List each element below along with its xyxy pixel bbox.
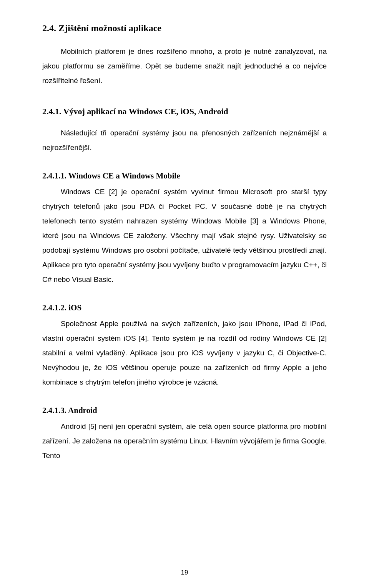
page-number: 19 [0,569,369,576]
heading-2-4-1-1: 2.4.1.1. Windows CE a Windows Mobile [42,171,327,181]
paragraph: Windows CE [2] je operační systém vyvinu… [42,185,327,287]
heading-2-4-1: 2.4.1. Vývoj aplikací na Windows CE, iOS… [42,107,327,117]
heading-2-4-1-3: 2.4.1.3. Android [42,406,327,415]
document-page: 2.4. Zjištění možností aplikace Mobilníc… [0,0,369,588]
paragraph: Následující tři operační systémy jsou na… [42,126,327,155]
paragraph: Mobilních platforem je dnes rozšířeno mn… [42,44,327,88]
paragraph: Společnost Apple používá na svých zaříze… [42,316,327,390]
paragraph: Android [5] není jen operační systém, al… [42,419,327,463]
heading-2-4-1-2: 2.4.1.2. iOS [42,303,327,313]
heading-2-4: 2.4. Zjištění možností aplikace [42,23,327,33]
